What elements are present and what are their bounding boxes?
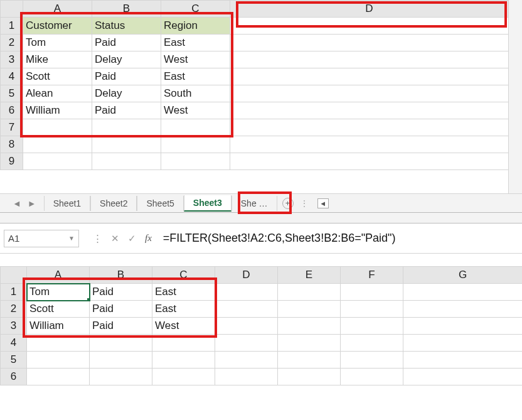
cell[interactable]	[230, 153, 509, 170]
cell[interactable]: Delay	[92, 51, 161, 68]
cell[interactable]	[27, 335, 90, 352]
tab-she-truncated[interactable]: She …	[232, 196, 277, 211]
top-grid[interactable]: A B C D 1 Customer Status Region 2 Tom P…	[0, 0, 509, 170]
tab-sheet1[interactable]: Sheet1	[44, 196, 90, 211]
cell[interactable]	[92, 136, 161, 153]
cell[interactable]: Paid	[92, 102, 161, 119]
fx-icon[interactable]: fx	[145, 233, 152, 244]
cell[interactable]: Mike	[23, 51, 92, 68]
cell[interactable]	[278, 369, 341, 385]
col-header-a[interactable]: A	[27, 267, 90, 284]
cell[interactable]	[215, 318, 278, 335]
confirm-icon[interactable]: ✓	[128, 233, 136, 244]
cancel-icon[interactable]: ✕	[111, 233, 119, 244]
cell[interactable]	[230, 35, 509, 51]
cell[interactable]: Paid	[90, 301, 152, 318]
cell[interactable]	[341, 369, 403, 385]
cell[interactable]	[403, 318, 523, 335]
cell[interactable]	[215, 284, 278, 301]
cell-selected[interactable]: Tom	[27, 284, 90, 301]
select-all-corner[interactable]	[1, 267, 27, 284]
cell[interactable]	[278, 301, 341, 318]
cell[interactable]	[161, 119, 230, 136]
row-header[interactable]: 4	[1, 335, 27, 352]
cell[interactable]: Paid	[90, 284, 152, 301]
row-header[interactable]: 2	[1, 35, 23, 51]
cell[interactable]	[23, 136, 92, 153]
cell[interactable]: East	[161, 35, 230, 51]
cell[interactable]: East	[161, 68, 230, 85]
cell[interactable]	[230, 68, 509, 85]
new-sheet-button[interactable]: +	[282, 198, 294, 209]
cell[interactable]	[341, 352, 403, 369]
cell[interactable]	[215, 301, 278, 318]
cell[interactable]	[152, 335, 215, 352]
row-header[interactable]: 5	[1, 352, 27, 369]
row-header[interactable]: 4	[1, 68, 23, 85]
cell[interactable]: Delay	[92, 85, 161, 102]
bottom-grid[interactable]: A B C D E F G 1 Tom Paid East 2 Scott Pa…	[0, 266, 522, 385]
name-box[interactable]: A1 ▼	[4, 230, 79, 247]
col-header-c[interactable]: C	[152, 267, 215, 284]
cell[interactable]	[341, 301, 403, 318]
cell[interactable]: Alean	[23, 85, 92, 102]
cell[interactable]	[152, 352, 215, 369]
cell[interactable]	[278, 352, 341, 369]
col-header-a[interactable]: A	[23, 1, 92, 18]
cell[interactable]	[403, 301, 523, 318]
row-header[interactable]: 6	[1, 369, 27, 385]
cell[interactable]	[278, 335, 341, 352]
cell[interactable]	[341, 335, 403, 352]
cell[interactable]	[215, 369, 278, 385]
cell[interactable]	[403, 352, 523, 369]
cell[interactable]	[230, 85, 509, 102]
cell[interactable]: West	[161, 102, 230, 119]
cell[interactable]	[152, 369, 215, 385]
cell[interactable]	[90, 369, 152, 385]
cell[interactable]	[27, 352, 90, 369]
cell[interactable]: Customer	[23, 18, 92, 35]
col-header-g[interactable]: G	[403, 267, 523, 284]
col-header-c[interactable]: C	[161, 1, 230, 18]
horizontal-scroll-left-button[interactable]: ◄	[317, 198, 329, 208]
cell[interactable]: Scott	[23, 68, 92, 85]
cell[interactable]: Paid	[92, 35, 161, 51]
row-header[interactable]: 3	[1, 51, 23, 68]
row-header[interactable]: 6	[1, 102, 23, 119]
cell[interactable]	[230, 119, 509, 136]
cell[interactable]	[27, 369, 90, 385]
cell[interactable]	[403, 369, 523, 385]
cell[interactable]	[341, 284, 403, 301]
cell[interactable]: South	[161, 85, 230, 102]
tab-sheet5[interactable]: Sheet5	[137, 196, 183, 211]
cell[interactable]	[403, 335, 523, 352]
row-header[interactable]: 7	[1, 119, 23, 136]
cell[interactable]	[92, 153, 161, 170]
cell[interactable]: Status	[92, 18, 161, 35]
tab-nav-prev-icon[interactable]: ◄	[13, 198, 21, 208]
row-header[interactable]: 5	[1, 85, 23, 102]
cell[interactable]: Paid	[90, 318, 152, 335]
col-header-b[interactable]: B	[92, 1, 161, 18]
tab-sheet2[interactable]: Sheet2	[90, 196, 137, 211]
cell[interactable]: West	[161, 51, 230, 68]
cell[interactable]	[215, 352, 278, 369]
col-header-b[interactable]: B	[90, 267, 152, 284]
cell[interactable]: William	[27, 318, 90, 335]
cell[interactable]: West	[152, 318, 215, 335]
cell[interactable]	[161, 153, 230, 170]
cell[interactable]	[341, 318, 403, 335]
cell[interactable]	[403, 284, 523, 301]
row-header[interactable]: 8	[1, 136, 23, 153]
cell[interactable]	[23, 153, 92, 170]
row-header[interactable]: 1	[1, 284, 27, 301]
chevron-down-icon[interactable]: ▼	[68, 235, 75, 242]
col-header-d[interactable]: D	[215, 267, 278, 284]
col-header-f[interactable]: F	[341, 267, 403, 284]
formula-input[interactable]: =FILTER(Sheet3!A2:C6,Sheet3!B2:B6="Paid"…	[159, 230, 518, 247]
cell[interactable]: East	[152, 284, 215, 301]
cell[interactable]: William	[23, 102, 92, 119]
cell[interactable]	[215, 335, 278, 352]
tab-nav-next-icon[interactable]: ►	[28, 198, 36, 208]
cell[interactable]: East	[152, 301, 215, 318]
